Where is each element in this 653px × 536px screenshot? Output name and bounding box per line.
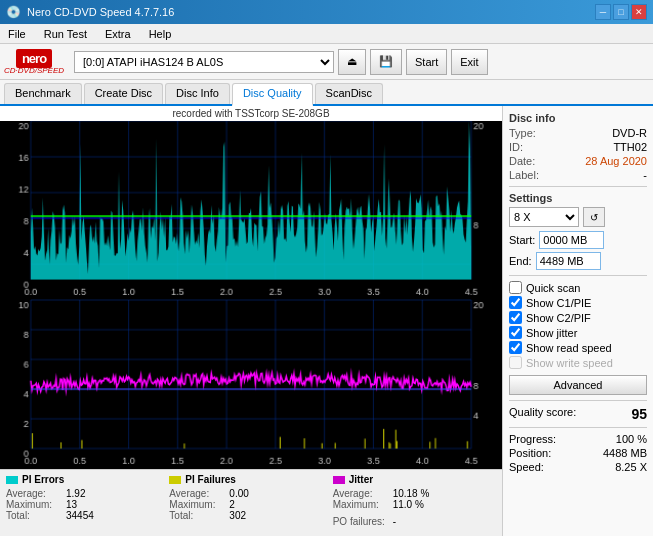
- jitter-max-value: 11.0 %: [393, 499, 424, 510]
- pi-errors-title: PI Errors: [6, 474, 169, 485]
- save-button[interactable]: 💾: [370, 49, 402, 75]
- start-row: Start:: [509, 231, 647, 249]
- pi-errors-avg-value: 1.92: [66, 488, 85, 499]
- nero-sub: CD·DVD/SPEED: [4, 66, 64, 75]
- menu-run-test[interactable]: Run Test: [40, 27, 91, 41]
- show-c1pie-checkbox[interactable]: [509, 296, 522, 309]
- tab-bar: Benchmark Create Disc Disc Info Disc Qua…: [0, 80, 653, 106]
- sidebar: Disc info Type: DVD-R ID: TTH02 Date: 28…: [503, 106, 653, 536]
- pi-errors-max-row: Maximum: 13: [6, 499, 169, 510]
- start-label: Start:: [509, 234, 535, 246]
- pi-failures-avg-row: Average: 0.00: [169, 488, 332, 499]
- show-c2pif-row: Show C2/PIF: [509, 311, 647, 324]
- refresh-button[interactable]: ↺: [583, 207, 605, 227]
- menu-extra[interactable]: Extra: [101, 27, 135, 41]
- start-button[interactable]: Start: [406, 49, 447, 75]
- close-button[interactable]: ✕: [631, 4, 647, 20]
- pi-errors-total-value: 34454: [66, 510, 94, 521]
- show-c1pie-row: Show C1/PIE: [509, 296, 647, 309]
- tab-scandisc[interactable]: ScanDisc: [315, 83, 383, 104]
- pi-failures-total-label: Total:: [169, 510, 225, 521]
- exit-button[interactable]: Exit: [451, 49, 487, 75]
- jitter-title: Jitter: [333, 474, 496, 485]
- pi-failures-avg-label: Average:: [169, 488, 225, 499]
- pi-errors-total-label: Total:: [6, 510, 62, 521]
- show-jitter-checkbox[interactable]: [509, 326, 522, 339]
- show-read-label: Show read speed: [526, 342, 612, 354]
- menu-help[interactable]: Help: [145, 27, 176, 41]
- progress-row: Progress: 100 %: [509, 433, 647, 445]
- jitter-stat: Jitter Average: 10.18 % Maximum: 11.0 % …: [333, 474, 496, 532]
- end-label: End:: [509, 255, 532, 267]
- disc-label-value: -: [643, 169, 647, 181]
- disc-type-row: Type: DVD-R: [509, 127, 647, 139]
- jitter-avg-label: Average:: [333, 488, 389, 499]
- disc-date-label: Date:: [509, 155, 535, 167]
- speed-setting-row: 8 X ↺: [509, 207, 647, 227]
- speed-row: Speed: 8.25 X: [509, 461, 647, 473]
- disc-date-value: 28 Aug 2020: [585, 155, 647, 167]
- maximize-button[interactable]: □: [613, 4, 629, 20]
- title-bar: 💿 Nero CD-DVD Speed 4.7.7.16 ─ □ ✕: [0, 0, 653, 24]
- show-jitter-row: Show jitter: [509, 326, 647, 339]
- show-write-label: Show write speed: [526, 357, 613, 369]
- show-read-row: Show read speed: [509, 341, 647, 354]
- disc-label-row: Label: -: [509, 169, 647, 181]
- show-write-row: Show write speed: [509, 356, 647, 369]
- progress-value: 100 %: [616, 433, 647, 445]
- pi-failures-stat: PI Failures Average: 0.00 Maximum: 2 Tot…: [169, 474, 332, 532]
- divider-1: [509, 186, 647, 187]
- quick-scan-label: Quick scan: [526, 282, 580, 294]
- stats-bar: PI Errors Average: 1.92 Maximum: 13 Tota…: [0, 469, 502, 536]
- pi-failures-color: [169, 476, 181, 484]
- menu-bar: File Run Test Extra Help: [0, 24, 653, 44]
- end-input[interactable]: [536, 252, 601, 270]
- speed-label: Speed:: [509, 461, 544, 473]
- pi-failures-max-value: 2: [229, 499, 235, 510]
- pi-failures-max-label: Maximum:: [169, 499, 225, 510]
- quick-scan-row: Quick scan: [509, 281, 647, 294]
- jitter-avg-value: 10.18 %: [393, 488, 430, 499]
- disc-id-value: TTH02: [613, 141, 647, 153]
- divider-3: [509, 400, 647, 401]
- pi-errors-max-label: Maximum:: [6, 499, 62, 510]
- position-label: Position:: [509, 447, 551, 459]
- disc-label-label: Label:: [509, 169, 539, 181]
- toolbar: nero CD·DVD/SPEED [0:0] ATAPI iHAS124 B …: [0, 44, 653, 80]
- show-c2pif-checkbox[interactable]: [509, 311, 522, 324]
- drive-select[interactable]: [0:0] ATAPI iHAS124 B AL0S: [74, 51, 334, 73]
- quick-scan-checkbox[interactable]: [509, 281, 522, 294]
- jitter-max-label: Maximum:: [333, 499, 389, 510]
- settings-title: Settings: [509, 192, 647, 204]
- po-failures-value: -: [393, 516, 396, 527]
- tab-create-disc[interactable]: Create Disc: [84, 83, 163, 104]
- pi-failures-avg-value: 0.00: [229, 488, 248, 499]
- progress-section: Progress: 100 % Position: 4488 MB Speed:…: [509, 433, 647, 473]
- tab-disc-quality[interactable]: Disc Quality: [232, 83, 313, 106]
- disc-type-value: DVD-R: [612, 127, 647, 139]
- speed-select[interactable]: 8 X: [509, 207, 579, 227]
- menu-file[interactable]: File: [4, 27, 30, 41]
- nero-logo-area: nero CD·DVD/SPEED: [4, 49, 64, 75]
- minimize-button[interactable]: ─: [595, 4, 611, 20]
- advanced-button[interactable]: Advanced: [509, 375, 647, 395]
- pi-errors-color: [6, 476, 18, 484]
- pi-errors-total-row: Total: 34454: [6, 510, 169, 521]
- position-value: 4488 MB: [603, 447, 647, 459]
- show-read-checkbox[interactable]: [509, 341, 522, 354]
- start-input[interactable]: [539, 231, 604, 249]
- disc-date-row: Date: 28 Aug 2020: [509, 155, 647, 167]
- disc-type-label: Type:: [509, 127, 536, 139]
- jitter-color: [333, 476, 345, 484]
- eject-button[interactable]: ⏏: [338, 49, 366, 75]
- show-write-checkbox[interactable]: [509, 356, 522, 369]
- tab-benchmark[interactable]: Benchmark: [4, 83, 82, 104]
- position-row: Position: 4488 MB: [509, 447, 647, 459]
- chart-title: recorded with TSSTcorp SE-208GB: [0, 106, 502, 121]
- tab-disc-info[interactable]: Disc Info: [165, 83, 230, 104]
- pi-failures-max-row: Maximum: 2: [169, 499, 332, 510]
- jitter-avg-row: Average: 10.18 %: [333, 488, 496, 499]
- pi-failures-total-value: 302: [229, 510, 246, 521]
- title-bar-title: 💿 Nero CD-DVD Speed 4.7.7.16: [6, 5, 174, 19]
- end-row: End:: [509, 252, 647, 270]
